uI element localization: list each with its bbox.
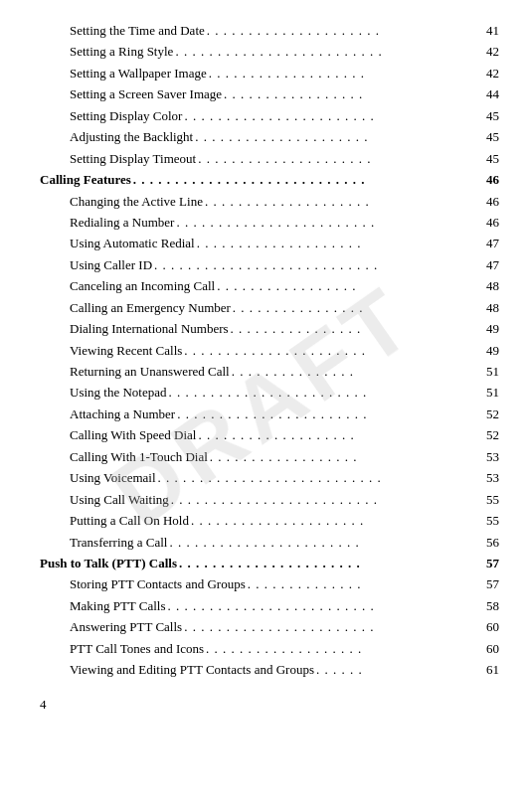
toc-entry-page: 56 (475, 532, 499, 553)
toc-entry-page: 55 (475, 489, 499, 510)
toc-entry-text: Setting a Screen Saver Image (70, 83, 222, 104)
toc-entry-text: Adjusting the Backlight (70, 126, 193, 147)
toc-entry-calling-emergency: Calling an Emergency Number. . . . . . .… (40, 297, 499, 318)
toc-entry-page: 49 (475, 340, 499, 361)
toc-entry-dots: . . . . . . . . . . . . . . . . . . . . … (133, 169, 473, 190)
toc-entry-dots: . . . . . . . . . . . . . . . . . . . . … (207, 20, 473, 41)
toc-entry-dots: . . . . . . . . . . . . . . . . . . . (198, 424, 473, 445)
toc-entry-text: Setting Display Color (70, 105, 182, 126)
toc-entry-dots: . . . . . . . . . . . . . . . . . . . . … (198, 148, 473, 169)
toc-entry-page: 51 (475, 361, 499, 382)
toc-entry-calling-speed-dial: Calling With Speed Dial. . . . . . . . .… (40, 424, 499, 445)
toc-entry-setting-display-timeout: Setting Display Timeout. . . . . . . . .… (40, 148, 499, 169)
toc-entry-page: 44 (475, 83, 499, 104)
toc-entry-page: 42 (475, 63, 499, 83)
toc-entry-putting-call-on-hold: Putting a Call On Hold. . . . . . . . . … (40, 510, 499, 531)
toc-entry-dots: . . . . . . . . . . . . . . . . . . . . … (184, 105, 473, 126)
toc-entry-page: 60 (475, 616, 499, 637)
toc-entry-page: 61 (475, 659, 499, 680)
toc-entry-text: Canceling an Incoming Call (70, 275, 215, 296)
toc-entry-text: Using Call Waiting (70, 489, 169, 510)
toc-entry-dialing-international: Dialing International Numbers. . . . . .… (40, 318, 499, 339)
toc-entry-page: 52 (475, 404, 499, 424)
toc-entry-page: 60 (475, 638, 499, 659)
toc-entry-page: 53 (475, 446, 499, 467)
toc-entry-page: 46 (475, 212, 499, 233)
toc-entry-viewing-recent-calls: Viewing Recent Calls. . . . . . . . . . … (40, 340, 499, 361)
toc-entry-text: Dialing International Numbers (70, 318, 229, 339)
toc-entry-page: 47 (475, 233, 499, 253)
toc-entry-dots: . . . . . . . . . . . . . . . . . . . . … (171, 489, 473, 510)
toc-entry-text: Setting a Wallpaper Image (70, 63, 207, 83)
page-number-bottom: 4 (40, 697, 499, 713)
toc-entry-page: 48 (475, 275, 499, 296)
toc-entry-text: Viewing Recent Calls (70, 340, 182, 361)
toc-entry-page: 45 (475, 105, 499, 126)
toc-entry-dots: . . . . . . . . . . . . . . . . (233, 297, 473, 318)
toc-entry-dots: . . . . . . . . . . . . . . . . . . . . … (184, 340, 473, 361)
toc-entry-dots: . . . . . . . . . . . . . . . . . . . . … (158, 467, 473, 488)
toc-entry-page: 55 (475, 510, 499, 531)
toc-entry-text: Using the Notepad (70, 382, 166, 403)
toc-entry-dots: . . . . . . . . . . . . . . (248, 573, 473, 594)
toc-entry-push-to-talk: Push to Talk (PTT) Calls. . . . . . . . … (40, 553, 499, 573)
toc-entry-setting-wallpaper: Setting a Wallpaper Image. . . . . . . .… (40, 63, 499, 83)
toc-entry-text: Push to Talk (PTT) Calls (40, 553, 177, 573)
toc-entry-transferring-call: Transferring a Call. . . . . . . . . . .… (40, 532, 499, 553)
toc-entry-dots: . . . . . . . . . . . . . . . . . (224, 83, 473, 104)
toc-entry-page: 45 (475, 126, 499, 147)
toc-entry-page: 49 (475, 318, 499, 339)
toc-entry-text: Setting a Ring Style (70, 41, 173, 62)
toc-entry-dots: . . . . . . . . . . . . . . . . . . . . … (175, 41, 473, 62)
toc-entry-text: Making PTT Calls (70, 595, 166, 616)
toc-entry-text: Returning an Unanswered Call (70, 361, 230, 382)
toc-entry-page: 48 (475, 297, 499, 318)
toc-entry-viewing-editing-ptt: Viewing and Editing PTT Contacts and Gro… (40, 659, 499, 680)
toc-entry-text: Using Voicemail (70, 467, 156, 488)
toc-entry-ptt-call-tones-icons: PTT Call Tones and Icons. . . . . . . . … (40, 638, 499, 659)
toc-entry-adjusting-backlight: Adjusting the Backlight. . . . . . . . .… (40, 126, 499, 147)
toc-entry-dots: . . . . . . . . . . . . . . . . . . . . … (169, 532, 473, 553)
toc-entry-setting-time-date: Setting the Time and Date. . . . . . . .… (40, 20, 499, 41)
toc-entry-text: Answering PTT Calls (70, 616, 182, 637)
toc-entry-page: 57 (475, 573, 499, 594)
toc-entry-dots: . . . . . . . . . . . . . . . . . . . . … (177, 404, 473, 424)
toc-entry-setting-screen-saver: Setting a Screen Saver Image. . . . . . … (40, 83, 499, 104)
toc-entry-redialing-number: Redialing a Number. . . . . . . . . . . … (40, 212, 499, 233)
toc-entry-calling-features: Calling Features. . . . . . . . . . . . … (40, 169, 499, 190)
toc-entry-page: 42 (475, 41, 499, 62)
toc-entry-dots: . . . . . . (316, 659, 473, 680)
toc-entry-dots: . . . . . . . . . . . . . . . . . . . . … (154, 254, 473, 275)
toc-entry-dots: . . . . . . . . . . . . . . . . . . . (209, 63, 473, 83)
toc-entry-text: Using Caller ID (70, 254, 152, 275)
toc-entry-text: Calling an Emergency Number (70, 297, 231, 318)
toc-entry-dots: . . . . . . . . . . . . . . . . . . . (206, 638, 473, 659)
toc-entry-text: Setting Display Timeout (70, 148, 196, 169)
toc-entry-canceling-incoming-call: Canceling an Incoming Call. . . . . . . … (40, 275, 499, 296)
toc-entry-text: Redialing a Number (70, 212, 174, 233)
toc-entry-dots: . . . . . . . . . . . . . . . . . (217, 275, 473, 296)
toc-entry-dots: . . . . . . . . . . . . . . . . . . . . … (179, 553, 473, 573)
toc-entry-dots: . . . . . . . . . . . . . . . . . . . . … (176, 212, 473, 233)
toc-entry-page: 51 (475, 382, 499, 403)
toc-entry-using-caller-id: Using Caller ID. . . . . . . . . . . . .… (40, 254, 499, 275)
toc-entry-text: Calling Features (40, 169, 131, 190)
toc-entry-dots: . . . . . . . . . . . . . . . . . . . . … (195, 126, 473, 147)
toc-entry-page: 47 (475, 254, 499, 275)
toc-entry-changing-active-line: Changing the Active Line. . . . . . . . … (40, 191, 499, 212)
toc-entry-using-notepad: Using the Notepad. . . . . . . . . . . .… (40, 382, 499, 403)
toc-entry-text: Attaching a Number (70, 404, 175, 424)
toc-entry-text: Calling With Speed Dial (70, 424, 196, 445)
toc-entry-dots: . . . . . . . . . . . . . . . . . . . . … (168, 595, 473, 616)
toc-entry-setting-ring-style: Setting a Ring Style. . . . . . . . . . … (40, 41, 499, 62)
toc-entry-attaching-number: Attaching a Number. . . . . . . . . . . … (40, 404, 499, 424)
toc-container: Setting the Time and Date. . . . . . . .… (40, 20, 499, 681)
toc-entry-page: 58 (475, 595, 499, 616)
toc-entry-dots: . . . . . . . . . . . . . . . . . . . . … (168, 382, 473, 403)
toc-entry-returning-unanswered: Returning an Unanswered Call. . . . . . … (40, 361, 499, 382)
toc-entry-setting-display-color: Setting Display Color. . . . . . . . . .… (40, 105, 499, 126)
toc-entry-dots: . . . . . . . . . . . . . . . . . . . . (197, 233, 473, 253)
toc-entry-text: Using Automatic Redial (70, 233, 195, 253)
toc-entry-using-automatic-redial: Using Automatic Redial. . . . . . . . . … (40, 233, 499, 253)
toc-entry-text: Setting the Time and Date (70, 20, 205, 41)
